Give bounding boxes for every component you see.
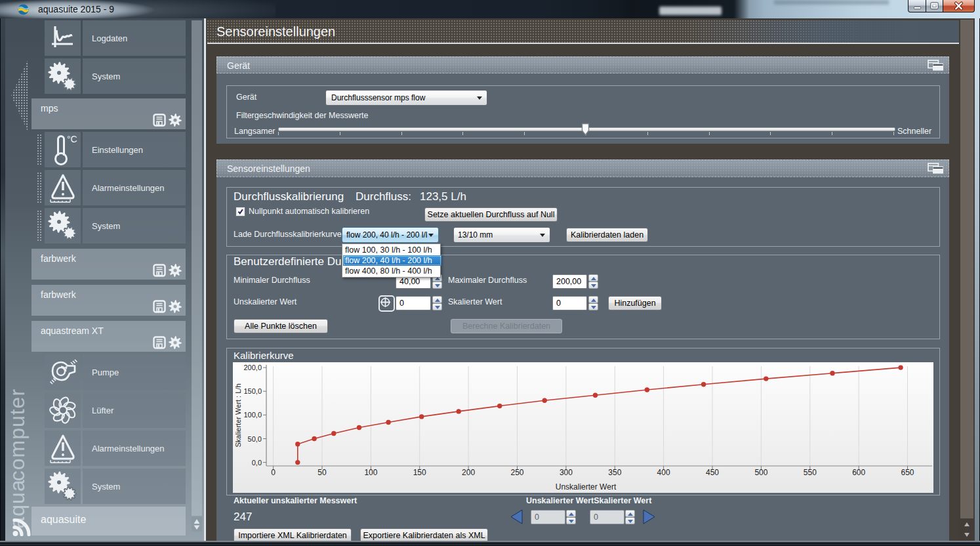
- svg-text:0,0: 0,0: [252, 459, 262, 467]
- svg-text:Unskalierter Wert: Unskalierter Wert: [556, 482, 617, 492]
- svg-text:300: 300: [560, 468, 573, 477]
- svg-text:Skalierter Wert : L/h: Skalierter Wert : L/h: [234, 384, 242, 448]
- svg-text:350: 350: [608, 468, 621, 477]
- svg-text:100: 100: [364, 468, 377, 477]
- svg-text:100,0: 100,0: [243, 411, 262, 419]
- svg-text:400: 400: [657, 468, 670, 477]
- svg-text:°C: °C: [67, 134, 77, 144]
- svg-text:450: 450: [706, 468, 719, 477]
- svg-text:250: 250: [510, 468, 523, 477]
- svg-text:200: 200: [462, 468, 475, 477]
- svg-text:650: 650: [901, 468, 914, 477]
- svg-text:150,0: 150,0: [243, 387, 262, 395]
- svg-text:0: 0: [271, 468, 276, 477]
- svg-text:600: 600: [852, 468, 865, 477]
- svg-text:550: 550: [804, 468, 817, 477]
- svg-text:50,0: 50,0: [248, 435, 262, 443]
- svg-text:50: 50: [317, 468, 327, 477]
- svg-text:200,0: 200,0: [243, 364, 262, 371]
- svg-text:500: 500: [754, 468, 767, 477]
- svg-text:150: 150: [413, 468, 426, 477]
